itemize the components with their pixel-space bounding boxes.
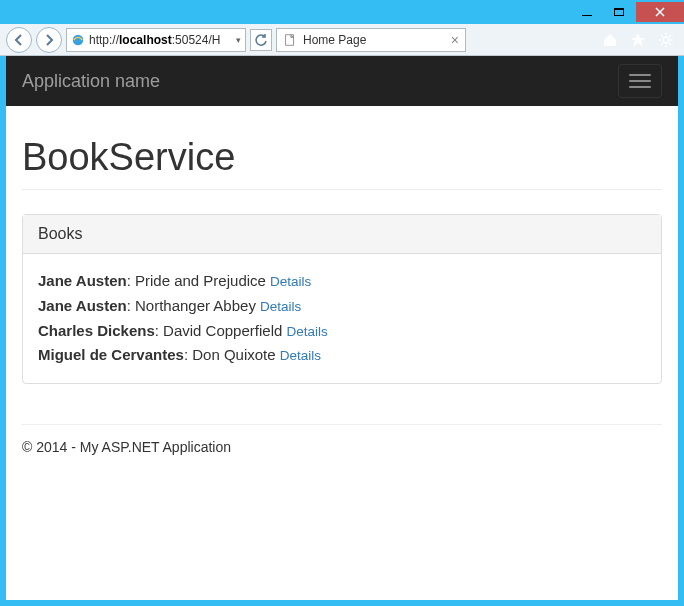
list-item: Jane Austen: Pride and Prejudice Details [38,269,646,294]
brand-link[interactable]: Application name [22,71,160,92]
refresh-button[interactable] [250,29,272,51]
details-link[interactable]: Details [270,274,311,289]
page-title: BookService [22,136,662,179]
book-title: David Copperfield [163,322,282,339]
favorites-icon[interactable] [630,32,646,48]
svg-point-2 [663,37,669,43]
list-item: Jane Austen: Northanger Abbey Details [38,294,646,319]
page-icon [283,33,297,47]
window-titlebar [0,0,684,24]
list-item: Miguel de Cervantes: Don Quixote Details [38,343,646,368]
forward-button[interactable] [36,27,62,53]
app-navbar: Application name [6,56,678,106]
address-bar[interactable]: http://localhost:50524/H ▾ [66,28,246,52]
book-title: Pride and Prejudice [135,272,266,289]
footer-text: © 2014 - My ASP.NET Application [22,425,662,469]
book-title: Don Quixote [192,346,275,363]
panel-heading: Books [23,215,661,254]
window-close-button[interactable] [636,2,684,22]
window-minimize-button[interactable] [572,2,602,22]
hamburger-icon-bar [629,74,651,76]
book-author: Charles Dickens [38,322,155,339]
browser-toolbar: http://localhost:50524/H ▾ Home Page × [0,24,684,56]
dropdown-icon[interactable]: ▾ [236,35,241,45]
home-icon[interactable] [602,32,618,48]
book-author: Jane Austen [38,272,127,289]
book-author: Jane Austen [38,297,127,314]
browser-tab[interactable]: Home Page × [276,28,466,52]
books-panel: Books Jane Austen: Pride and Prejudice D… [22,214,662,384]
settings-icon[interactable] [658,32,674,48]
page-header: BookService [22,136,662,190]
details-link[interactable]: Details [260,299,301,314]
back-button[interactable] [6,27,32,53]
panel-body: Jane Austen: Pride and Prejudice Details… [23,254,661,383]
list-item: Charles Dickens: David Copperfield Detai… [38,319,646,344]
book-author: Miguel de Cervantes [38,346,184,363]
details-link[interactable]: Details [280,348,321,363]
tab-close-button[interactable]: × [451,33,459,47]
details-link[interactable]: Details [286,324,327,339]
book-title: Northanger Abbey [135,297,256,314]
window-maximize-button[interactable] [604,2,634,22]
page-viewport: Application name BookService Books Jane … [6,56,678,600]
hamburger-icon-bar [629,80,651,82]
ie-icon [71,33,85,47]
tab-title: Home Page [303,33,445,47]
url-text: http://localhost:50524/H [89,33,232,47]
nav-toggle-button[interactable] [618,64,662,98]
hamburger-icon-bar [629,86,651,88]
